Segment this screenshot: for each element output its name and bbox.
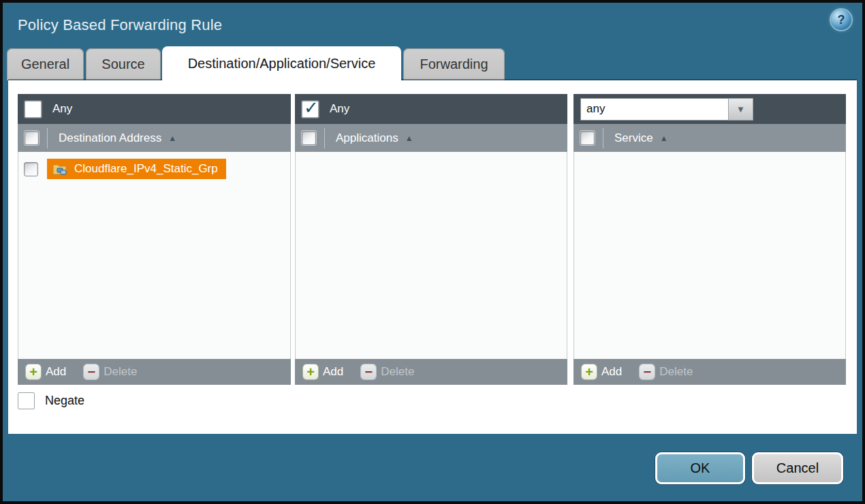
applications-select-all-checkbox[interactable] bbox=[302, 131, 316, 145]
service-select-all-checkbox[interactable] bbox=[580, 131, 595, 145]
destination-add-button[interactable]: + Add bbox=[26, 364, 66, 379]
screen: Policy Based Forwarding Rule ? General S… bbox=[0, 0, 865, 504]
applications-any-label: Any bbox=[330, 102, 349, 116]
applications-header: Applications ▲ bbox=[295, 124, 567, 152]
applications-delete-button[interactable]: − Delete bbox=[361, 364, 414, 379]
chevron-down-icon: ▼ bbox=[736, 104, 745, 114]
address-group-icon bbox=[52, 162, 69, 176]
destination-any-bar: Any bbox=[18, 94, 291, 124]
negate-label: Negate bbox=[45, 394, 84, 408]
service-dropdown[interactable]: ▼ bbox=[580, 98, 753, 121]
delete-icon: − bbox=[640, 364, 655, 379]
applications-any-bar: ✓ Any bbox=[295, 94, 567, 124]
service-footer-bar: + Add − Delete bbox=[573, 359, 846, 385]
sort-ascending-icon[interactable]: ▲ bbox=[405, 133, 413, 143]
applications-header-label[interactable]: Applications bbox=[336, 131, 398, 145]
checkmark-icon: ✓ bbox=[304, 97, 319, 119]
add-icon: + bbox=[303, 364, 318, 379]
delete-label: Delete bbox=[104, 365, 137, 379]
header-divider bbox=[47, 128, 48, 148]
header-divider bbox=[324, 128, 325, 148]
service-column: ▼ Service ▲ + Add − bbox=[573, 94, 846, 385]
destination-footer-bar: + Add − Delete bbox=[18, 359, 291, 385]
delete-label: Delete bbox=[381, 365, 414, 379]
header-divider bbox=[603, 128, 603, 148]
service-header-label[interactable]: Service bbox=[614, 131, 653, 145]
help-icon[interactable]: ? bbox=[831, 10, 851, 30]
destination-address-list: Cloudflare_IPv4_Static_Grp bbox=[18, 152, 291, 359]
cancel-button[interactable]: Cancel bbox=[752, 452, 843, 484]
address-group-label: Cloudflare_IPv4_Static_Grp bbox=[74, 162, 218, 176]
sort-ascending-icon[interactable]: ▲ bbox=[660, 133, 668, 143]
destination-address-header-label[interactable]: Destination Address bbox=[59, 131, 161, 145]
applications-add-button[interactable]: + Add bbox=[303, 364, 343, 379]
negate-checkbox[interactable] bbox=[18, 392, 35, 409]
dropdown-button[interactable]: ▼ bbox=[728, 98, 753, 121]
service-list bbox=[573, 152, 846, 359]
destination-address-column: Any Destination Address ▲ bbox=[18, 94, 291, 385]
service-header: Service ▲ bbox=[573, 124, 846, 152]
applications-list bbox=[295, 152, 567, 359]
tab-source[interactable]: Source bbox=[86, 48, 161, 80]
add-label: Add bbox=[46, 365, 66, 379]
add-icon: + bbox=[582, 364, 597, 379]
tab-forwarding[interactable]: Forwarding bbox=[403, 48, 505, 80]
destination-any-checkbox[interactable] bbox=[25, 101, 42, 118]
add-icon: + bbox=[26, 364, 41, 379]
negate-row: Negate bbox=[18, 392, 84, 409]
tab-general[interactable]: General bbox=[7, 48, 84, 80]
applications-footer-bar: + Add − Delete bbox=[295, 359, 567, 385]
destination-delete-button[interactable]: − Delete bbox=[84, 364, 137, 379]
destination-select-all-checkbox[interactable] bbox=[25, 131, 39, 145]
row-checkbox[interactable] bbox=[24, 162, 38, 176]
dialog-title: Policy Based Forwarding Rule bbox=[18, 11, 222, 40]
tab-destination-application-service[interactable]: Destination/Application/Service bbox=[162, 46, 401, 82]
sort-ascending-icon[interactable]: ▲ bbox=[168, 133, 176, 143]
applications-column: ✓ Any Applications ▲ + Add bbox=[295, 94, 567, 385]
applications-any-checkbox[interactable]: ✓ bbox=[302, 101, 319, 118]
selected-address-group[interactable]: Cloudflare_IPv4_Static_Grp bbox=[47, 159, 226, 179]
delete-icon: − bbox=[361, 364, 376, 379]
delete-icon: − bbox=[84, 364, 99, 379]
service-dropdown-bar: ▼ bbox=[573, 94, 846, 124]
add-label: Add bbox=[601, 365, 622, 379]
service-dropdown-input[interactable] bbox=[580, 98, 728, 121]
policy-based-forwarding-dialog: Policy Based Forwarding Rule ? General S… bbox=[3, 3, 862, 501]
list-item[interactable]: Cloudflare_IPv4_Static_Grp bbox=[18, 157, 290, 180]
delete-label: Delete bbox=[659, 365, 693, 379]
tab-content-panel: Any Destination Address ▲ bbox=[8, 80, 857, 434]
service-add-button[interactable]: + Add bbox=[582, 364, 622, 379]
destination-address-header: Destination Address ▲ bbox=[18, 124, 291, 152]
add-label: Add bbox=[323, 365, 343, 379]
ok-button[interactable]: OK bbox=[655, 452, 745, 484]
service-delete-button[interactable]: − Delete bbox=[640, 364, 693, 379]
destination-any-label: Any bbox=[52, 102, 72, 116]
